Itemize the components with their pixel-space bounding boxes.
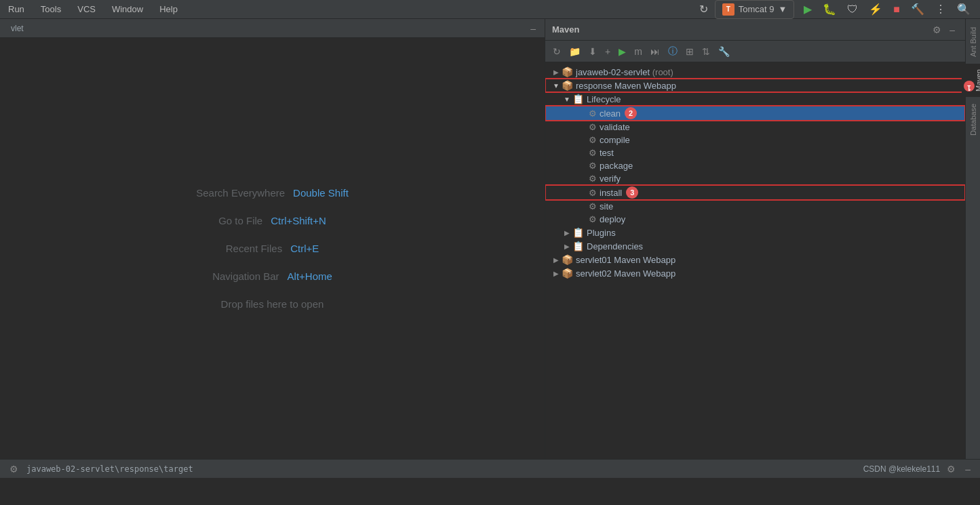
tree-plugins[interactable]: ▶ 📋 Plugins <box>545 226 965 239</box>
tree-root1[interactable]: ▶ 📦 javaweb-02-servlet (root) <box>545 65 965 79</box>
hint-search-label: Search Everywhere <box>196 187 285 199</box>
plugins-icon: 📋 <box>572 227 584 238</box>
minimize-left-icon[interactable]: – <box>527 22 539 35</box>
statusbar-gear-icon[interactable]: ⚙ <box>7 462 21 476</box>
hint-recent-label: Recent Files <box>226 243 282 254</box>
webapp-icon: 📦 <box>562 80 573 91</box>
build-button[interactable]: 🔨 <box>907 0 928 18</box>
hint-search-key: Double Shift <box>293 187 349 199</box>
menu-help[interactable]: Help <box>157 3 180 16</box>
tree-item-validate-label: validate <box>600 122 630 132</box>
tree-plugins-label: Plugins <box>587 228 616 238</box>
lifecycle-icon: 📋 <box>572 94 584 104</box>
tree-item-site-label: site <box>600 201 613 211</box>
tomcat-label: Tomcat 9 <box>739 4 775 14</box>
tree-item-clean[interactable]: ⚙ clean 2 <box>545 106 965 121</box>
tree-arrow-plugins: ▶ <box>562 229 572 237</box>
maven-info-icon[interactable]: ⓘ <box>665 44 681 59</box>
tree-arrow-root3: ▶ <box>551 256 562 264</box>
menu-vcs[interactable]: VCS <box>75 3 98 16</box>
maven-refresh-icon[interactable]: ↻ <box>549 45 564 58</box>
update-icon[interactable]: ↻ <box>695 0 712 18</box>
tree-item-test[interactable]: ⚙ test <box>545 146 965 159</box>
tree-dependencies[interactable]: ▶ 📋 Dependencies <box>545 239 965 253</box>
maven-header-actions: ⚙ – <box>929 23 958 37</box>
tree-root2[interactable]: ▼ 📦 response Maven Webapp <box>545 79 965 92</box>
maven-download-icon[interactable]: ⬇ <box>585 45 600 58</box>
maven-run-icon[interactable]: ▶ <box>615 45 629 58</box>
side-tab-ant-build[interactable]: Ant Build <box>967 22 979 62</box>
tomcat-dropdown-icon: ▼ <box>778 4 787 14</box>
clean-badge: 2 <box>625 107 637 119</box>
gear-icon-deploy: ⚙ <box>589 214 597 224</box>
maven-wrench-icon[interactable]: 🔧 <box>715 45 733 58</box>
tree-root4-label: servlet02 Maven Webapp <box>576 268 675 279</box>
left-panel: vlet – Search Everywhere Double Shift Go… <box>0 19 545 459</box>
maven-m-icon[interactable]: m <box>631 45 646 58</box>
profile-button[interactable]: ⚡ <box>865 0 886 18</box>
maven-skip-tests-icon[interactable]: ⏭ <box>647 45 663 58</box>
side-tab-database[interactable]: Database <box>967 98 979 141</box>
tree-dependencies-label: Dependencies <box>587 241 643 251</box>
hint-recent-key: Ctrl+E <box>290 243 319 254</box>
tree-root4[interactable]: ▶ 📦 servlet02 Maven Webapp <box>545 266 965 280</box>
project-icon: 📦 <box>562 66 573 77</box>
hint-goto-label: Go to File <box>218 215 262 226</box>
tree-item-test-label: test <box>600 148 614 158</box>
tree-item-deploy-label: deploy <box>600 214 625 224</box>
debug-button[interactable]: 🐛 <box>819 0 840 18</box>
statusbar-minimize-icon[interactable]: – <box>962 462 973 476</box>
maven-settings-icon[interactable]: ⚙ <box>929 23 945 37</box>
main-area: vlet – Search Everywhere Double Shift Go… <box>0 19 980 459</box>
maven-minimize-icon[interactable]: – <box>946 23 958 37</box>
maven-diagram-icon[interactable]: ⊞ <box>682 45 697 58</box>
more-button[interactable]: ⋮ <box>931 0 950 18</box>
root3-icon: 📦 <box>562 254 573 265</box>
maven-plus-icon[interactable]: + <box>602 45 614 58</box>
tomcat-run-config[interactable]: T Tomcat 9 ▼ <box>715 0 795 19</box>
gear-icon-verify: ⚙ <box>589 174 597 184</box>
maven-panel-header: Maven ⚙ – <box>545 19 965 41</box>
coverage-button[interactable]: 🛡 <box>843 1 862 18</box>
tree-lifecycle[interactable]: ▼ 📋 Lifecycle <box>545 92 965 106</box>
tomcat-icon: T <box>722 3 734 16</box>
statusbar-settings-icon[interactable]: ⚙ <box>944 462 958 476</box>
hint-recent-files: Recent Files Ctrl+E <box>226 243 319 254</box>
tree-root3[interactable]: ▶ 📦 servlet01 Maven Webapp <box>545 253 965 266</box>
maven-side-badge: 1 <box>964 81 975 92</box>
tree-item-verify[interactable]: ⚙ verify <box>545 172 965 185</box>
tree-item-install-label: install <box>600 188 622 198</box>
tree-root2-label: response Maven Webapp <box>576 81 676 91</box>
run-button[interactable]: ▶ <box>800 0 816 18</box>
tree-lifecycle-label: Lifecycle <box>587 94 621 104</box>
tree-item-install[interactable]: ⚙ install 3 <box>545 185 965 200</box>
tree-item-package[interactable]: ⚙ package <box>545 159 965 172</box>
hint-nav-label: Navigation Bar <box>212 270 279 282</box>
maven-toolbar: ↻ 📁 ⬇ + ▶ m ⏭ ⓘ ⊞ ⇅ 🔧 <box>545 41 965 62</box>
gear-icon-clean: ⚙ <box>589 108 597 119</box>
search-everywhere-button[interactable]: 🔍 <box>953 0 975 18</box>
tree-item-compile-label: compile <box>600 135 630 145</box>
root4-icon: 📦 <box>562 268 573 279</box>
panel-tab-label: vlet <box>5 21 29 36</box>
gear-icon-site: ⚙ <box>589 201 597 211</box>
hint-goto-file: Go to File Ctrl+Shift+N <box>218 215 326 226</box>
tree-item-validate[interactable]: ⚙ validate <box>545 121 965 134</box>
maven-collapse-icon[interactable]: ⇅ <box>699 45 713 58</box>
menu-window[interactable]: Window <box>109 3 146 16</box>
left-editor-content: Search Everywhere Double Shift Go to Fil… <box>0 38 545 459</box>
side-tab-maven[interactable]: 1 Maven <box>962 64 981 97</box>
maven-add-icon[interactable]: 📁 <box>566 45 584 58</box>
install-badge: 3 <box>626 186 638 199</box>
menu-run[interactable]: Run <box>5 3 27 16</box>
gear-icon-compile: ⚙ <box>589 135 597 145</box>
menu-bar: Run Tools VCS Window Help ↻ T Tomcat 9 ▼… <box>0 0 980 19</box>
tree-item-deploy[interactable]: ⚙ deploy <box>545 213 965 226</box>
tree-root3-label: servlet01 Maven Webapp <box>576 255 675 265</box>
tree-item-site[interactable]: ⚙ site <box>545 200 965 213</box>
tree-item-compile[interactable]: ⚙ compile <box>545 134 965 146</box>
left-panel-header: vlet – <box>0 19 545 38</box>
menu-tools[interactable]: Tools <box>38 3 64 16</box>
stop-button[interactable]: ■ <box>889 1 904 18</box>
statusbar-user: CSDN @kelekele111 <box>863 464 941 474</box>
